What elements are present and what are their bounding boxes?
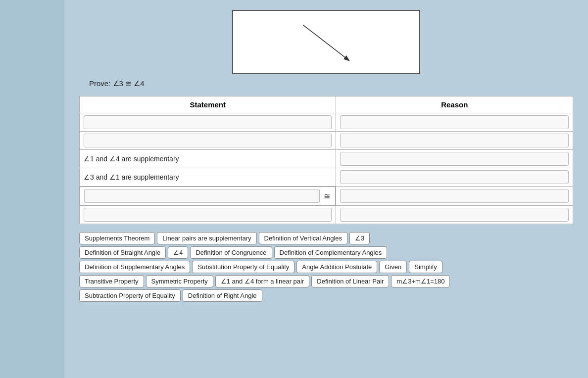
table-row: ≅ <box>80 187 573 206</box>
chips-row-4: Transitive Property Symmetric Property ∠… <box>79 275 573 287</box>
statement-input-5[interactable] <box>84 189 320 203</box>
chip-angle4[interactable]: ∠4 <box>168 246 188 259</box>
diagram-box <box>232 10 420 74</box>
reason-input-2[interactable] <box>340 134 569 147</box>
statement-input-2[interactable] <box>84 134 332 147</box>
diagram-arrow <box>293 21 362 65</box>
approx-symbol: ≅ <box>323 190 331 202</box>
chip-angle1-angle4-linear-pair[interactable]: ∠1 and ∠4 form a linear pair <box>215 275 310 287</box>
chip-definition-right-angle[interactable]: Definition of Right Angle <box>183 289 262 302</box>
chip-angle-addition-postulate[interactable]: Angle Addition Postulate <box>296 261 377 273</box>
statement-header: Statement <box>80 96 336 113</box>
table-row <box>80 113 573 132</box>
chip-subtraction-property[interactable]: Subtraction Property of Equality <box>79 289 181 302</box>
reason-input-1[interactable] <box>340 115 569 129</box>
chips-section: Supplements Theorem Linear pairs are sup… <box>79 232 573 302</box>
svg-line-1 <box>303 25 347 59</box>
table-row <box>80 132 573 150</box>
chips-row-3: Definition of Supplementary Angles Subst… <box>79 261 573 273</box>
reason-input-3[interactable] <box>340 152 569 166</box>
chips-row-1: Supplements Theorem Linear pairs are sup… <box>79 232 573 244</box>
statement-input-1[interactable] <box>84 115 332 129</box>
chip-supplements-theorem[interactable]: Supplements Theorem <box>79 232 155 244</box>
chip-angle3[interactable]: ∠3 <box>349 232 370 244</box>
reason-header: Reason <box>336 96 573 113</box>
reason-input-4[interactable] <box>340 170 569 184</box>
table-row <box>80 206 573 224</box>
chip-definition-linear-pair[interactable]: Definition of Linear Pair <box>311 275 389 287</box>
chip-definition-straight-angle[interactable]: Definition of Straight Angle <box>79 246 166 259</box>
chip-definition-complementary-angles[interactable]: Definition of Complementary Angles <box>274 246 388 259</box>
chip-definition-supplementary-angles[interactable]: Definition of Supplementary Angles <box>79 261 190 273</box>
chip-definition-vertical-angles[interactable]: Definition of Vertical Angles <box>259 232 348 244</box>
chips-row-2: Definition of Straight Angle ∠4 Definiti… <box>79 246 573 259</box>
chip-substitution-property[interactable]: Substitution Property of Equality <box>192 261 294 273</box>
table-row: ∠1 and ∠4 are supplementary <box>80 150 573 168</box>
chips-row-5: Subtraction Property of Equality Definit… <box>79 289 573 302</box>
chip-transitive-property[interactable]: Transitive Property <box>79 275 144 287</box>
chip-symmetric-property[interactable]: Symmetric Property <box>146 275 213 287</box>
chip-definition-congruence[interactable]: Definition of Congruence <box>190 246 272 259</box>
chip-given[interactable]: Given <box>379 261 407 273</box>
table-row: ∠3 and ∠1 are supplementary <box>80 168 573 187</box>
prove-text: Prove: ∠3 ≅ ∠4 <box>89 79 573 88</box>
proof-table: Statement Reason <box>79 96 573 224</box>
reason-input-6[interactable] <box>340 208 569 222</box>
statement-static-4: ∠3 and ∠1 are supplementary <box>80 168 336 187</box>
statement-static-3: ∠1 and ∠4 are supplementary <box>80 150 336 168</box>
chip-simplify[interactable]: Simplify <box>409 261 442 273</box>
chip-linear-pairs-supplementary[interactable]: Linear pairs are supplementary <box>157 232 256 244</box>
statement-input-6[interactable] <box>84 208 332 222</box>
reason-input-5[interactable] <box>340 189 569 203</box>
main-content: Prove: ∠3 ≅ ∠4 Statement Reason <box>64 0 588 378</box>
chip-m-angle3-plus-m-angle1-180[interactable]: m∠3+m∠1=180 <box>391 275 450 287</box>
